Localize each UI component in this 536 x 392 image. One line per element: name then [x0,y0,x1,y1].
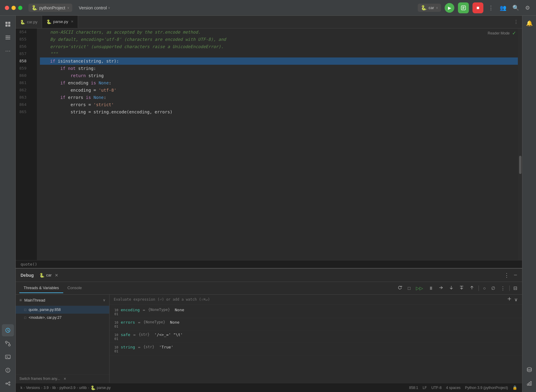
line-num-860: 860 [19,72,33,79]
tab-car-py[interactable]: 🐍 car.py [16,16,42,28]
search-everywhere-icon[interactable]: 🔍 [511,3,520,12]
var-value-string: 'True' [157,345,173,349]
code-line-855: By default, encoding='utf-8' (characters… [40,36,522,43]
breadcrumb-versions[interactable]: Versions [26,386,40,390]
var-type-icon-encoding: 1001 [114,308,118,316]
code-content-area[interactable]: 854 855 856 857 858 859 860 861 862 863 … [16,28,522,260]
collaborate-icon[interactable]: 👥 [498,3,508,12]
code-line-856: errors='strict' (unsupported characters … [40,43,522,50]
stop-debug-btn[interactable]: □ [406,284,412,292]
tab-console[interactable]: Console [63,283,86,293]
status-python-version: Python 3.9 (pythonProject) [465,386,508,390]
expand-eval-icon[interactable]: ∨ [514,297,518,302]
step-into-btn[interactable] [447,284,456,292]
var-eq-string: = [138,345,140,349]
more-menu-icon[interactable]: ⋮ [487,3,495,12]
svg-rect-21 [530,381,531,385]
zoom-button[interactable] [18,6,22,10]
sidebar-item-structure[interactable] [2,31,14,44]
breadcrumb-parse-py[interactable]: parse.py [97,386,111,390]
breadcrumb-urllib[interactable]: urllib [79,386,87,390]
settings-icon[interactable]: ⚙ [524,3,531,12]
sidebar-item-terminal[interactable] [2,351,14,363]
frame-icon-quote: □ [24,308,26,312]
scroll-thumb[interactable] [519,156,521,174]
run-button[interactable]: ▶ [445,3,454,13]
python-icon: 🐍 [31,5,38,11]
add-watch-icon[interactable] [507,296,512,302]
debug-title: Debug [21,273,34,278]
debug-tabs: Threads & Variables Console □ ▷▷ ⏸ [16,282,522,295]
threads-variables-label: Threads & Variables [24,286,59,290]
scrollbar[interactable] [518,28,522,260]
tab-threads-variables[interactable]: Threads & Variables [19,283,63,293]
debug-tab-close-icon[interactable]: ✕ [55,273,58,278]
debug-more-icon[interactable]: ⋮ [503,271,511,280]
threads-panel: ≡ MainThread ∨ □ quote, parse.py:858 □ <… [16,295,109,383]
run-configuration[interactable]: 🐍 car ∨ [418,4,441,12]
sidebar-item-more[interactable]: ⋯ [2,45,14,57]
status-encoding: UTF-8 [431,386,442,390]
code-lines: non-ASCII characters, as accepted by the… [37,28,522,260]
sidebar-item-git[interactable] [2,377,14,390]
debug-toolbar: □ ▷▷ ⏸ ○ [396,284,518,292]
version-control-selector[interactable]: Version control ∨ [76,4,113,11]
run-config-label: car [429,5,434,10]
step-over-btn[interactable] [437,284,445,292]
eval-bar: ∨ [109,295,522,305]
project-selector[interactable]: 🐍 pythonProject ∨ [28,4,72,12]
tab-parse-close-icon[interactable]: ✕ [71,20,74,24]
var-item-safe[interactable]: 1001 safe = {str} '/<>_=' "\t' [109,331,522,343]
breadcrumb-k[interactable]: k [21,386,22,390]
var-name-safe: safe [121,332,130,337]
breadcrumb-lib[interactable]: lib [52,386,56,390]
tabs-menu-icon[interactable]: ⋮ [510,19,522,25]
main-layout: ⋯ [0,16,536,392]
notification-icon[interactable]: 🔔 [524,18,534,28]
version-control-label: Version control [79,5,107,10]
eval-input[interactable] [114,297,505,302]
line-num-861: 861 [19,79,33,87]
switch-frames-close-icon[interactable]: × [64,376,66,381]
evaluate-btn[interactable]: ∅ [489,284,497,292]
minimize-button[interactable] [11,6,16,10]
stop-button[interactable]: ■ [472,2,483,13]
var-item-encoding[interactable]: 1001 encoding = {NoneType} None [109,306,522,318]
reader-mode-label[interactable]: Reader Mode [488,31,510,35]
run-to-cursor-btn[interactable]: ○ [481,284,488,292]
project-name-label: pythonProject [39,5,65,10]
debug-button[interactable] [458,2,469,13]
sidebar-item-vcs[interactable] [2,338,14,350]
switch-frames-label: Switch frames from any... [19,377,60,381]
var-eq-safe: = [133,332,136,337]
resume-btn[interactable]: ▷▷ [414,284,425,292]
svg-point-14 [8,371,8,372]
var-item-errors[interactable]: 1001 errors = {NoneType} None [109,318,522,331]
layout-btn[interactable]: ⊟ [512,284,518,292]
debug-minimize-icon[interactable]: − [514,272,517,279]
debug-car-tab[interactable]: 🐍 car ✕ [37,272,61,279]
chart-icon[interactable] [525,378,534,390]
breadcrumb-39[interactable]: 3.9 [44,386,49,390]
debug-more-btn[interactable]: ⋮ [499,284,507,292]
restart-btn[interactable] [396,284,404,292]
frame-item-quote[interactable]: □ quote, parse.py:858 [16,306,109,314]
pause-btn[interactable]: ⏸ [427,284,435,292]
sidebar-item-debug[interactable] [2,324,14,336]
frame-item-module[interactable]: □ <module>, car.py:27 [16,314,109,322]
main-thread-item[interactable]: ≡ MainThread ∨ [16,295,109,306]
var-value-safe: '/<>_=' "\t' [152,332,183,337]
var-item-string[interactable]: 1001 string = {str} 'True' [109,343,522,355]
line-num-859: 859 [19,65,33,72]
database-icon[interactable] [525,365,534,376]
sidebar-item-explorer[interactable] [2,18,14,30]
tab-parse-py[interactable]: 🐍 parse.py ✕ [42,16,78,28]
var-type-icon-errors: 1001 [114,321,118,328]
svg-rect-19 [527,384,528,385]
close-button[interactable] [5,6,9,10]
var-type-icon-safe: 1001 [114,333,118,341]
step-out-btn[interactable] [468,284,476,292]
sidebar-item-problems[interactable] [2,364,14,376]
breadcrumb-python39[interactable]: python3.9 [60,386,76,390]
step-into-my-code-btn[interactable] [457,284,466,292]
